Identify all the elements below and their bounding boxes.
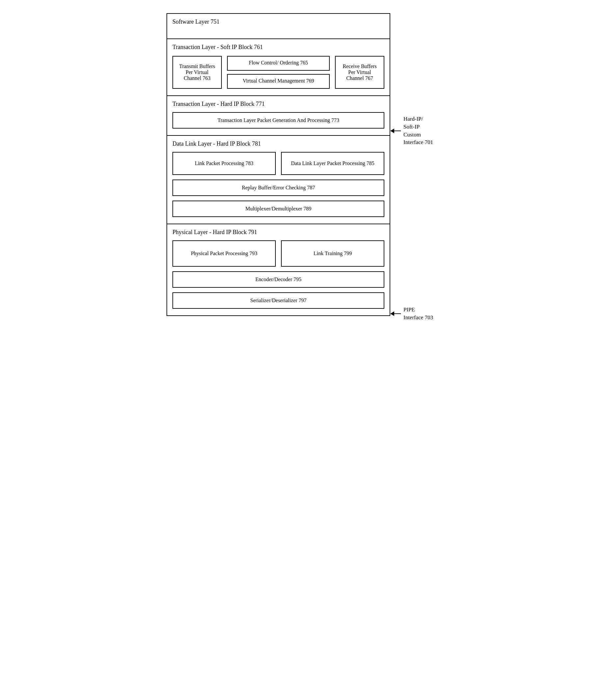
- packet-gen-block: Transaction Layer Packet Generation And …: [173, 112, 384, 129]
- main-area: Software Layer 751 Transaction Layer - S…: [166, 13, 450, 316]
- receive-buffers-block: Receive Buffers Per Virtual Channel 767: [335, 56, 384, 89]
- pipe-interface-line2: Interface 703: [403, 314, 433, 321]
- transaction-hard-title: Transaction Layer - Hard IP Block 771: [173, 101, 384, 107]
- physical-layer-title: Physical Layer - Hard IP Block 791: [173, 229, 384, 236]
- custom-interface-line2: Soft-IP: [403, 124, 420, 130]
- link-packet-block: Link Packet Processing 783: [173, 152, 276, 175]
- pipe-interface-annotation: PIPE Interface 703: [390, 306, 433, 322]
- encoder-decoder-block: Encoder/Decoder 795: [173, 271, 384, 288]
- transmit-buffers-block: Transmit Buffers Per Virtual Channel 763: [173, 56, 222, 89]
- transaction-soft-layer: Transaction Layer - Soft IP Block 761 Tr…: [167, 39, 390, 96]
- software-layer-title: Software Layer 751: [173, 19, 384, 25]
- physical-blocks: Encoder/Decoder 795 Serializer/Deseriali…: [173, 271, 384, 309]
- transaction-hard-content: Transaction Layer Packet Generation And …: [173, 112, 384, 129]
- physical-packet-block: Physical Packet Processing 793: [173, 240, 276, 267]
- transaction-hard-layer: Transaction Layer - Hard IP Block 771 Tr…: [167, 96, 390, 136]
- custom-interface-annotation: Hard-IP/ Soft-IP Custom Interface 701: [390, 115, 433, 146]
- data-link-top: Link Packet Processing 783 Data Link Lay…: [173, 152, 384, 175]
- data-link-packet-block: Data Link Layer Packet Processing 785: [281, 152, 384, 175]
- custom-interface-line4: Interface 701: [403, 139, 433, 146]
- replay-buffer-block: Replay Buffer/Error Checking 787: [173, 180, 384, 196]
- middle-col: Flow Control/ Ordering 765 Virtual Chann…: [227, 56, 330, 89]
- multiplexer-block: Multiplexer/Demultiplexer 789: [173, 201, 384, 217]
- flow-control-block: Flow Control/ Ordering 765: [227, 56, 330, 71]
- link-training-block: Link Training 799: [281, 240, 384, 267]
- annotations-column: Hard-IP/ Soft-IP Custom Interface 701 PI…: [390, 13, 450, 316]
- soft-ip-content: Transmit Buffers Per Virtual Channel 763…: [173, 56, 384, 89]
- data-link-blocks: Replay Buffer/Error Checking 787 Multipl…: [173, 180, 384, 217]
- physical-top: Physical Packet Processing 793 Link Trai…: [173, 240, 384, 267]
- software-layer: Software Layer 751: [167, 14, 390, 39]
- diagram-container: Software Layer 751 Transaction Layer - S…: [166, 13, 450, 316]
- custom-interface-line3: Custom: [403, 132, 421, 138]
- serializer-block: Serializer/Deserializer 797: [173, 292, 384, 309]
- data-link-layer: Data Link Layer - Hard IP Block 781 Link…: [167, 136, 390, 224]
- virtual-channel-block: Virtual Channel Management 769: [227, 74, 330, 89]
- layers-column: Software Layer 751 Transaction Layer - S…: [166, 13, 390, 316]
- data-link-title: Data Link Layer - Hard IP Block 781: [173, 140, 384, 147]
- physical-layer: Physical Layer - Hard IP Block 791 Physi…: [167, 224, 390, 315]
- transaction-soft-title: Transaction Layer - Soft IP Block 761: [173, 44, 384, 51]
- custom-interface-line1: Hard-IP/: [403, 116, 423, 122]
- pipe-interface-line1: PIPE: [403, 306, 415, 313]
